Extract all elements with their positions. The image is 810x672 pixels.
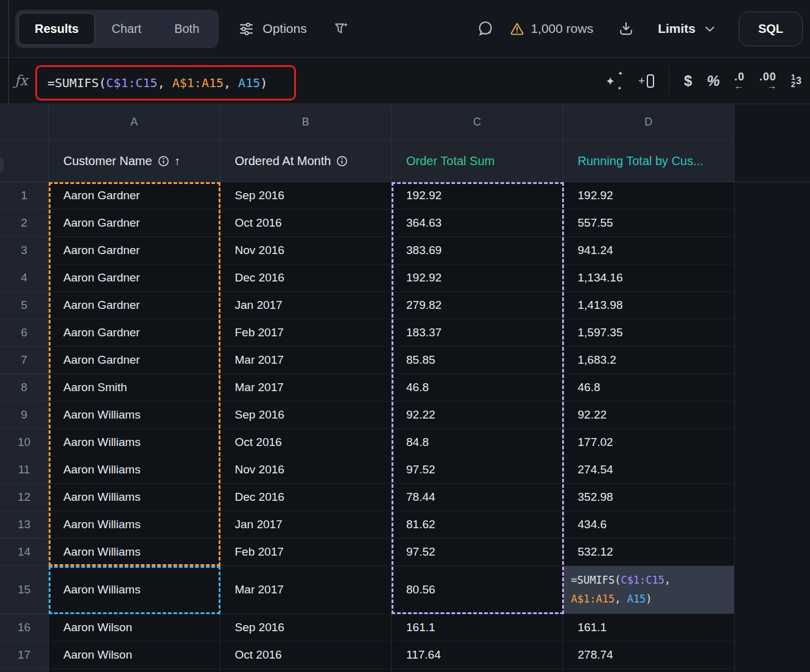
header-running-total[interactable]: Running Total by Cus... [563,141,735,182]
panel-handle[interactable] [0,157,4,172]
cell-a[interactable]: Aaron Gardner [49,264,220,292]
cell-d[interactable]: 1,597.35 [563,319,735,347]
cell-c[interactable]: 117.64 [392,642,563,669]
cell-c[interactable]: 161.1 [392,614,563,642]
limits-dropdown[interactable]: Limits [658,21,717,36]
number-format-button[interactable]: 1 2 3 [791,74,801,88]
cell-a[interactable]: Aaron Gardner [49,210,220,237]
row-number[interactable]: 5 [0,292,49,319]
column-header-c[interactable]: C [392,104,563,141]
row-number[interactable]: 13 [0,511,49,539]
cell-a[interactable]: Aaron Smith [49,374,220,401]
cell-d[interactable]: 46.8 [563,374,735,401]
cell-a[interactable]: Aaron Williams [49,401,220,429]
formula-input[interactable]: =SUMIFS(C$1:C15, A$1:A15, A15) [35,65,296,101]
tab-results[interactable]: Results [18,13,95,45]
cell-a[interactable]: Aaron Gardner [49,292,220,319]
cell-d[interactable]: 1,134.16 [563,264,735,292]
row-number[interactable]: 3 [0,237,49,264]
cell-c[interactable]: 383.69 [392,237,563,264]
insert-cell-button[interactable]: + [638,74,654,88]
cell-a[interactable]: Aaron Wilson [49,614,220,642]
cell-b[interactable]: Mar 2017 [220,566,392,614]
header-order-total-sum[interactable]: Order Total Sum [392,141,563,182]
cell-d[interactable]: 192.92 [563,182,735,210]
info-icon[interactable] [158,155,169,167]
cell-d[interactable]: =SUMIFS(C$1:C15, A$1:A15, A15) [563,566,735,614]
cell-c[interactable]: 84.8 [392,429,563,456]
decrease-decimal-button[interactable]: .0 ← [734,73,745,90]
percent-format-button[interactable]: % [706,73,719,90]
cell-c[interactable]: 279.82 [392,292,563,319]
cell-a[interactable]: Aaron Gardner [49,319,220,347]
download-button[interactable] [618,20,635,37]
sort-asc-icon[interactable]: ↑ [175,155,181,168]
cell-a[interactable]: Aaron Gardner [49,237,220,264]
cell-b[interactable]: Mar 2017 [220,347,392,374]
cell-b[interactable]: Feb 2017 [220,539,392,566]
cell-a[interactable]: Aaron Gardner [49,182,220,210]
cell-a[interactable]: Aaron Williams [49,511,220,539]
currency-format-button[interactable]: $ [684,73,692,90]
row-number[interactable]: 17 [0,642,49,669]
header-customer-name[interactable]: Customer Name ↑ [49,141,220,182]
row-number[interactable]: 14 [0,539,49,566]
cell-a[interactable]: Aaron Williams [49,539,220,566]
cell-d[interactable]: 161.1 [563,614,735,642]
cell-d[interactable]: 177.02 [563,429,735,456]
row-number[interactable]: 11 [0,456,49,484]
sql-button[interactable]: SQL [739,12,803,46]
cell-b[interactable]: Oct 2016 [220,210,392,237]
cell-a[interactable]: Aaron Gardner [49,347,220,374]
cell-c[interactable]: 81.62 [392,511,563,539]
cell-b[interactable]: Dec 2016 [220,484,392,511]
cell-b[interactable]: Sep 2016 [220,401,392,429]
cell-a[interactable]: Aaron Williams [49,429,220,456]
cell-c[interactable]: 80.56 [392,566,563,614]
row-number[interactable]: 8 [0,374,49,401]
cell-b[interactable]: Jan 2017 [220,292,392,319]
options-button[interactable]: Options [238,21,306,37]
cell-b[interactable]: Oct 2016 [220,642,392,669]
row-number[interactable]: 9 [0,401,49,429]
cell-c[interactable]: 192.92 [392,264,563,292]
cell-d[interactable]: 92.22 [563,401,735,429]
cell-d[interactable]: 352.98 [563,484,735,511]
row-number[interactable]: 6 [0,319,49,347]
cell-c[interactable]: 97.52 [392,456,563,484]
row-number[interactable]: 4 [0,264,49,292]
row-number[interactable]: 1 [0,182,49,210]
cell-d[interactable]: 278.74 [563,642,735,669]
row-number[interactable]: 12 [0,484,49,511]
cell-d[interactable]: 532.12 [563,539,735,566]
cell-d[interactable]: 941.24 [563,237,735,264]
cell-d[interactable]: 274.54 [563,456,735,484]
cell-b[interactable]: Mar 2017 [220,374,392,401]
ai-format-button[interactable]: ✦✦✦ [605,72,624,90]
cell-c[interactable]: 78.44 [392,484,563,511]
column-header-a[interactable]: A [49,104,220,141]
cell-d[interactable]: 557.55 [563,210,735,237]
increase-decimal-button[interactable]: .00 → [759,73,777,90]
cell-c[interactable]: 364.63 [392,210,563,237]
cell-b[interactable]: Sep 2016 [220,614,392,642]
cell-c[interactable]: 192.92 [392,182,563,210]
cell-d[interactable]: 1,683.2 [563,347,735,374]
cell-d[interactable]: 434.6 [563,511,735,539]
row-number[interactable]: 10 [0,429,49,456]
cell-b[interactable]: Nov 2016 [220,237,392,264]
row-number[interactable]: 16 [0,614,49,642]
cell-b[interactable]: Dec 2016 [220,264,392,292]
header-ordered-at-month[interactable]: Ordered At Month [220,141,392,182]
column-header-d[interactable]: D [563,104,735,141]
cell-c[interactable]: 85.85 [392,347,563,374]
cell-c[interactable]: 46.8 [392,374,563,401]
cell-b[interactable]: Oct 2016 [220,429,392,456]
ai-chat-button[interactable] [476,19,495,38]
column-header-b[interactable]: B [220,104,392,141]
cell-b[interactable]: Feb 2017 [220,319,392,347]
info-icon[interactable] [336,155,348,167]
row-number[interactable]: 7 [0,347,49,374]
cell-c[interactable]: 97.52 [392,539,563,566]
tab-chart[interactable]: Chart [95,13,158,45]
